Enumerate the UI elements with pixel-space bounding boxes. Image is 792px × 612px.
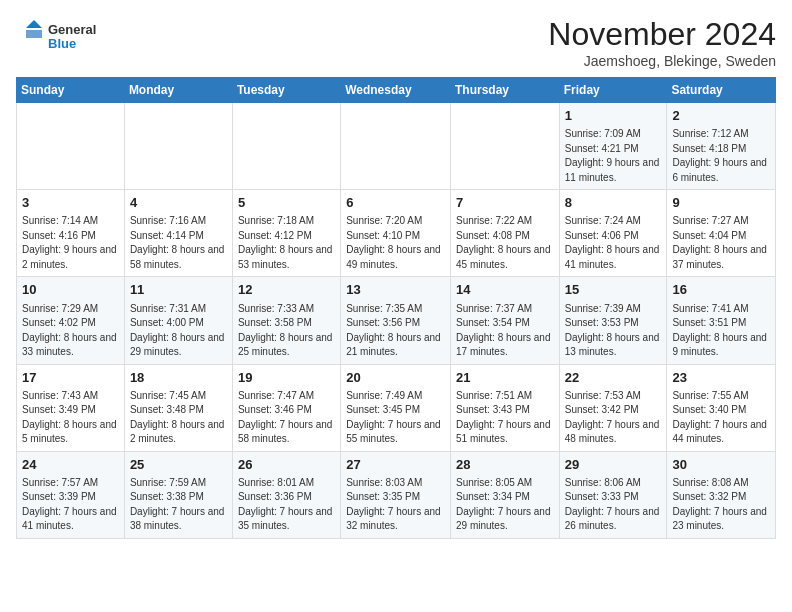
calendar-cell [124, 103, 232, 190]
calendar-cell [450, 103, 559, 190]
calendar-cell: 21Sunrise: 7:51 AM Sunset: 3:43 PM Dayli… [450, 364, 559, 451]
day-number: 8 [565, 194, 662, 212]
calendar-cell [17, 103, 125, 190]
col-header-tuesday: Tuesday [232, 78, 340, 103]
day-number: 30 [672, 456, 770, 474]
svg-marker-2 [26, 20, 42, 28]
day-number: 1 [565, 107, 662, 125]
day-number: 17 [22, 369, 119, 387]
calendar-cell: 26Sunrise: 8:01 AM Sunset: 3:36 PM Dayli… [232, 451, 340, 538]
day-number: 26 [238, 456, 335, 474]
calendar-cell: 29Sunrise: 8:06 AM Sunset: 3:33 PM Dayli… [559, 451, 667, 538]
calendar-cell: 27Sunrise: 8:03 AM Sunset: 3:35 PM Dayli… [341, 451, 451, 538]
calendar-cell: 15Sunrise: 7:39 AM Sunset: 3:53 PM Dayli… [559, 277, 667, 364]
calendar-cell: 8Sunrise: 7:24 AM Sunset: 4:06 PM Daylig… [559, 190, 667, 277]
day-number: 12 [238, 281, 335, 299]
calendar-cell: 6Sunrise: 7:20 AM Sunset: 4:10 PM Daylig… [341, 190, 451, 277]
calendar-cell: 5Sunrise: 7:18 AM Sunset: 4:12 PM Daylig… [232, 190, 340, 277]
calendar-cell: 22Sunrise: 7:53 AM Sunset: 3:42 PM Dayli… [559, 364, 667, 451]
page-header: General Blue November 2024 Jaemshoeg, Bl… [16, 16, 776, 69]
week-row-2: 3Sunrise: 7:14 AM Sunset: 4:16 PM Daylig… [17, 190, 776, 277]
day-info: Sunrise: 7:22 AM Sunset: 4:08 PM Dayligh… [456, 214, 554, 272]
logo: General Blue [16, 16, 106, 58]
calendar-cell: 11Sunrise: 7:31 AM Sunset: 4:00 PM Dayli… [124, 277, 232, 364]
day-info: Sunrise: 7:41 AM Sunset: 3:51 PM Dayligh… [672, 302, 770, 360]
day-info: Sunrise: 7:47 AM Sunset: 3:46 PM Dayligh… [238, 389, 335, 447]
calendar-cell: 9Sunrise: 7:27 AM Sunset: 4:04 PM Daylig… [667, 190, 776, 277]
day-info: Sunrise: 7:35 AM Sunset: 3:56 PM Dayligh… [346, 302, 445, 360]
calendar-cell: 17Sunrise: 7:43 AM Sunset: 3:49 PM Dayli… [17, 364, 125, 451]
svg-marker-3 [26, 30, 42, 38]
day-number: 19 [238, 369, 335, 387]
week-row-1: 1Sunrise: 7:09 AM Sunset: 4:21 PM Daylig… [17, 103, 776, 190]
day-number: 15 [565, 281, 662, 299]
calendar-cell: 13Sunrise: 7:35 AM Sunset: 3:56 PM Dayli… [341, 277, 451, 364]
day-number: 6 [346, 194, 445, 212]
calendar-cell [232, 103, 340, 190]
day-number: 22 [565, 369, 662, 387]
day-info: Sunrise: 8:05 AM Sunset: 3:34 PM Dayligh… [456, 476, 554, 534]
calendar-cell [341, 103, 451, 190]
day-number: 16 [672, 281, 770, 299]
day-info: Sunrise: 7:49 AM Sunset: 3:45 PM Dayligh… [346, 389, 445, 447]
day-number: 24 [22, 456, 119, 474]
day-info: Sunrise: 7:16 AM Sunset: 4:14 PM Dayligh… [130, 214, 227, 272]
day-info: Sunrise: 8:03 AM Sunset: 3:35 PM Dayligh… [346, 476, 445, 534]
day-number: 28 [456, 456, 554, 474]
day-info: Sunrise: 7:43 AM Sunset: 3:49 PM Dayligh… [22, 389, 119, 447]
day-info: Sunrise: 7:39 AM Sunset: 3:53 PM Dayligh… [565, 302, 662, 360]
calendar-cell: 19Sunrise: 7:47 AM Sunset: 3:46 PM Dayli… [232, 364, 340, 451]
day-info: Sunrise: 7:33 AM Sunset: 3:58 PM Dayligh… [238, 302, 335, 360]
day-number: 20 [346, 369, 445, 387]
col-header-wednesday: Wednesday [341, 78, 451, 103]
day-info: Sunrise: 7:24 AM Sunset: 4:06 PM Dayligh… [565, 214, 662, 272]
calendar-cell: 10Sunrise: 7:29 AM Sunset: 4:02 PM Dayli… [17, 277, 125, 364]
day-info: Sunrise: 7:31 AM Sunset: 4:00 PM Dayligh… [130, 302, 227, 360]
day-number: 21 [456, 369, 554, 387]
calendar-cell: 24Sunrise: 7:57 AM Sunset: 3:39 PM Dayli… [17, 451, 125, 538]
day-info: Sunrise: 7:14 AM Sunset: 4:16 PM Dayligh… [22, 214, 119, 272]
day-number: 23 [672, 369, 770, 387]
day-number: 13 [346, 281, 445, 299]
day-info: Sunrise: 7:57 AM Sunset: 3:39 PM Dayligh… [22, 476, 119, 534]
day-number: 7 [456, 194, 554, 212]
day-number: 9 [672, 194, 770, 212]
day-info: Sunrise: 8:08 AM Sunset: 3:32 PM Dayligh… [672, 476, 770, 534]
day-info: Sunrise: 7:51 AM Sunset: 3:43 PM Dayligh… [456, 389, 554, 447]
calendar-cell: 25Sunrise: 7:59 AM Sunset: 3:38 PM Dayli… [124, 451, 232, 538]
calendar-cell: 14Sunrise: 7:37 AM Sunset: 3:54 PM Dayli… [450, 277, 559, 364]
header-row: Sunday Monday Tuesday Wednesday Thursday… [17, 78, 776, 103]
day-number: 4 [130, 194, 227, 212]
logo-svg: General Blue [16, 16, 106, 58]
day-info: Sunrise: 7:12 AM Sunset: 4:18 PM Dayligh… [672, 127, 770, 185]
week-row-4: 17Sunrise: 7:43 AM Sunset: 3:49 PM Dayli… [17, 364, 776, 451]
calendar-cell: 20Sunrise: 7:49 AM Sunset: 3:45 PM Dayli… [341, 364, 451, 451]
day-info: Sunrise: 8:06 AM Sunset: 3:33 PM Dayligh… [565, 476, 662, 534]
day-info: Sunrise: 7:55 AM Sunset: 3:40 PM Dayligh… [672, 389, 770, 447]
calendar-cell: 4Sunrise: 7:16 AM Sunset: 4:14 PM Daylig… [124, 190, 232, 277]
day-number: 29 [565, 456, 662, 474]
day-info: Sunrise: 8:01 AM Sunset: 3:36 PM Dayligh… [238, 476, 335, 534]
calendar-cell: 1Sunrise: 7:09 AM Sunset: 4:21 PM Daylig… [559, 103, 667, 190]
day-number: 3 [22, 194, 119, 212]
svg-text:General: General [48, 22, 96, 37]
calendar-subtitle: Jaemshoeg, Blekinge, Sweden [548, 53, 776, 69]
col-header-saturday: Saturday [667, 78, 776, 103]
day-info: Sunrise: 7:45 AM Sunset: 3:48 PM Dayligh… [130, 389, 227, 447]
day-info: Sunrise: 7:59 AM Sunset: 3:38 PM Dayligh… [130, 476, 227, 534]
col-header-sunday: Sunday [17, 78, 125, 103]
day-number: 18 [130, 369, 227, 387]
day-number: 10 [22, 281, 119, 299]
day-number: 2 [672, 107, 770, 125]
calendar-cell: 28Sunrise: 8:05 AM Sunset: 3:34 PM Dayli… [450, 451, 559, 538]
day-info: Sunrise: 7:09 AM Sunset: 4:21 PM Dayligh… [565, 127, 662, 185]
day-info: Sunrise: 7:20 AM Sunset: 4:10 PM Dayligh… [346, 214, 445, 272]
calendar-table: Sunday Monday Tuesday Wednesday Thursday… [16, 77, 776, 539]
day-info: Sunrise: 7:18 AM Sunset: 4:12 PM Dayligh… [238, 214, 335, 272]
day-info: Sunrise: 7:29 AM Sunset: 4:02 PM Dayligh… [22, 302, 119, 360]
day-number: 25 [130, 456, 227, 474]
svg-text:Blue: Blue [48, 36, 76, 51]
day-number: 27 [346, 456, 445, 474]
title-section: November 2024 Jaemshoeg, Blekinge, Swede… [548, 16, 776, 69]
col-header-monday: Monday [124, 78, 232, 103]
